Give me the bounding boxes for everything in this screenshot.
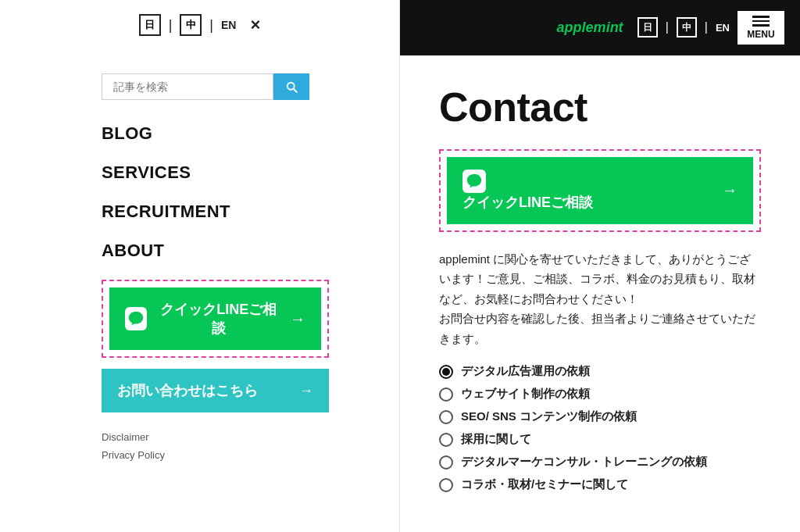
radio-circle-5 <box>439 478 453 492</box>
footer-links: Disclaimer Privacy Policy <box>102 431 329 461</box>
right-divider-1: | <box>666 20 669 34</box>
left-top-bar: 日 | 中 | EN × <box>0 0 399 50</box>
left-divider-2: | <box>209 17 213 34</box>
right-panel: applemint 日 | 中 | EN MENU Contact <box>400 0 800 532</box>
line-button-label-right: クイックLINEご相談 <box>462 195 593 210</box>
left-divider-1: | <box>169 17 173 34</box>
nav-blog[interactable]: BLOG <box>102 123 329 144</box>
close-icon[interactable]: × <box>250 15 260 35</box>
radio-item-3[interactable]: 採用に関して <box>439 432 761 447</box>
line-quick-button-left[interactable]: クイックLINEご相談 → <box>109 287 321 350</box>
menu-label: MENU <box>747 29 774 40</box>
contact-button-label: お問い合わせはこちら <box>117 381 258 400</box>
brand-name: applemint <box>557 20 623 36</box>
radio-circle-2 <box>439 410 453 424</box>
right-divider-2: | <box>705 20 708 34</box>
radio-label-3: 採用に関して <box>461 432 531 447</box>
page-title: Contact <box>439 84 761 130</box>
radio-label-4: デジタルマーケコンサル・トレーニングの依頼 <box>461 455 707 470</box>
line-quick-button-right[interactable]: クイックLINEご相談 → <box>447 157 753 224</box>
radio-circle-0 <box>439 365 453 379</box>
right-main-content: Contact クイックLINEご相談 → applemint に関心を寄せてい… <box>400 55 800 516</box>
menu-button[interactable]: MENU <box>738 11 784 45</box>
left-nav-content: BLOG SERVICES RECRUITMENT ABOUT クイックLINE… <box>0 50 399 484</box>
search-icon <box>284 80 298 94</box>
right-top-bar: applemint 日 | 中 | EN MENU <box>400 0 800 55</box>
jp-lang-icon[interactable]: 日 <box>139 14 161 36</box>
radio-circle-3 <box>439 433 453 447</box>
cn-lang-icon[interactable]: 中 <box>180 14 202 36</box>
line-logo-icon-left <box>125 307 147 330</box>
radio-item-4[interactable]: デジタルマーケコンサル・トレーニングの依頼 <box>439 455 761 470</box>
radio-label-5: コラボ・取材/セミナーに関して <box>461 477 628 492</box>
right-jp-icon[interactable]: 日 <box>638 17 658 37</box>
contact-button-left[interactable]: お問い合わせはこちら → <box>102 369 329 412</box>
right-cn-icon[interactable]: 中 <box>677 17 697 37</box>
nav-about[interactable]: ABOUT <box>102 241 329 261</box>
radio-label-2: SEO/ SNS コンテンツ制作の依頼 <box>461 409 637 424</box>
line-logo-icon-right <box>462 170 486 193</box>
privacy-policy-link[interactable]: Privacy Policy <box>102 449 329 461</box>
hamburger-icon <box>752 16 770 27</box>
inquiry-type-group: デジタル広告運用の依頼 ウェブサイト制作の依頼 SEO/ SNS コンテンツ制作… <box>439 364 761 492</box>
search-input[interactable] <box>102 73 273 100</box>
line-arrow-left: → <box>290 310 305 328</box>
radio-label-0: デジタル広告運用の依頼 <box>461 364 590 379</box>
search-bar <box>102 73 329 100</box>
radio-item-2[interactable]: SEO/ SNS コンテンツ制作の依頼 <box>439 409 761 424</box>
radio-label-1: ウェブサイト制作の依頼 <box>461 387 590 402</box>
right-en-btn[interactable]: EN <box>716 22 730 34</box>
line-arrow-right: → <box>722 181 738 199</box>
line-svg-left <box>127 310 145 327</box>
nav-recruitment[interactable]: RECRUITMENT <box>102 202 329 222</box>
line-button-label-left: クイックLINEご相談 <box>156 300 280 337</box>
disclaimer-link[interactable]: Disclaimer <box>102 431 329 443</box>
radio-circle-4 <box>439 455 453 470</box>
nav-services[interactable]: SERVICES <box>102 162 329 183</box>
en-lang-btn[interactable]: EN <box>221 19 236 31</box>
line-svg-right <box>466 173 483 190</box>
line-button-wrapper-left: クイックLINEご相談 → <box>102 280 329 358</box>
search-button[interactable] <box>273 73 309 100</box>
radio-item-5[interactable]: コラボ・取材/セミナーに関して <box>439 477 761 492</box>
radio-item-0[interactable]: デジタル広告運用の依頼 <box>439 364 761 379</box>
contact-arrow: → <box>299 383 313 399</box>
radio-circle-1 <box>439 387 453 402</box>
radio-item-1[interactable]: ウェブサイト制作の依頼 <box>439 387 761 402</box>
contact-description: applemint に関心を寄せていただきまして、ありがとうございます！ご意見、… <box>439 249 761 349</box>
left-panel: 日 | 中 | EN × BLOG SERVICES RECRUITMENT A… <box>0 0 400 532</box>
line-button-wrapper-right: クイックLINEご相談 → <box>439 149 761 232</box>
